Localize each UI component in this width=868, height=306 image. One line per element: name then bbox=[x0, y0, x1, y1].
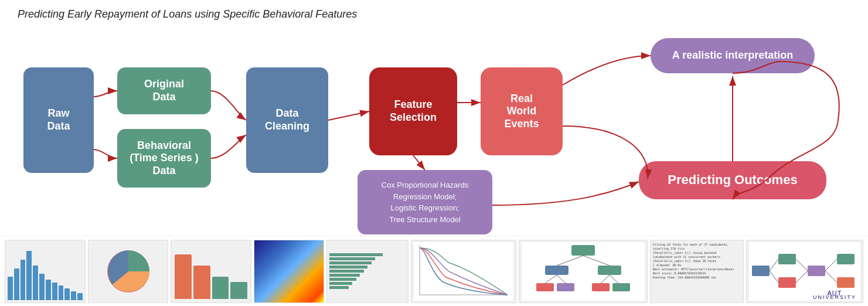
thumb-pie-chart bbox=[88, 240, 169, 303]
svg-line-10 bbox=[545, 275, 557, 283]
svg-line-27 bbox=[796, 271, 808, 283]
svg-rect-23 bbox=[837, 277, 855, 288]
real-world-events-box: RealWorldEvents bbox=[481, 67, 563, 155]
feature-selection-box: FeatureSelection bbox=[369, 67, 457, 155]
svg-rect-14 bbox=[536, 283, 554, 291]
data-cleaning-box: DataCleaning bbox=[246, 67, 328, 173]
page-title: Predicting Early Repayment of Loans usin… bbox=[18, 8, 357, 21]
svg-rect-5 bbox=[571, 245, 595, 256]
raw-data-box: RawData bbox=[23, 67, 94, 173]
realistic-interpretation-box: A realistic interpretation bbox=[651, 38, 815, 73]
svg-line-7 bbox=[583, 256, 610, 266]
svg-line-12 bbox=[601, 275, 610, 283]
svg-line-28 bbox=[825, 259, 837, 271]
thumb-feature-importance bbox=[326, 240, 409, 303]
svg-line-29 bbox=[825, 271, 837, 283]
thumb-bar-chart-2 bbox=[171, 240, 251, 303]
svg-rect-15 bbox=[557, 283, 574, 291]
svg-rect-16 bbox=[592, 283, 610, 291]
models-box: Cox Proportional HazardsRegression Model… bbox=[358, 170, 492, 234]
svg-rect-8 bbox=[545, 266, 569, 275]
svg-rect-9 bbox=[598, 266, 621, 275]
thumbnails-strip: Fitting 10 folds for each of 27 candidat… bbox=[0, 236, 868, 306]
svg-rect-22 bbox=[837, 254, 855, 264]
thumb-heatmap bbox=[254, 240, 324, 303]
predicting-outcomes-box: Predicting Outcomes bbox=[639, 161, 826, 199]
svg-rect-19 bbox=[778, 254, 796, 264]
original-data-box: OriginalData bbox=[117, 67, 211, 114]
thumb-bar-chart-1 bbox=[5, 240, 86, 303]
svg-line-11 bbox=[557, 275, 566, 283]
aut-logo: AUT UNIVERSITY bbox=[813, 290, 856, 300]
diagram-container: RawData OriginalData Behavioral(Time Ser… bbox=[6, 32, 862, 243]
svg-rect-18 bbox=[752, 266, 770, 276]
svg-line-25 bbox=[770, 271, 778, 283]
svg-line-6 bbox=[557, 256, 583, 266]
svg-rect-20 bbox=[778, 277, 796, 288]
svg-rect-21 bbox=[808, 266, 825, 276]
svg-line-24 bbox=[770, 259, 778, 271]
behavioral-data-box: Behavioral(Time Series )Data bbox=[117, 129, 211, 188]
thumb-decision-tree bbox=[519, 240, 648, 303]
svg-line-13 bbox=[610, 275, 618, 283]
thumb-survival-curves bbox=[411, 240, 516, 303]
svg-line-26 bbox=[796, 259, 808, 271]
thumb-code-output: Fitting 10 folds for each of 27 candidat… bbox=[650, 240, 744, 303]
svg-rect-17 bbox=[612, 283, 630, 291]
